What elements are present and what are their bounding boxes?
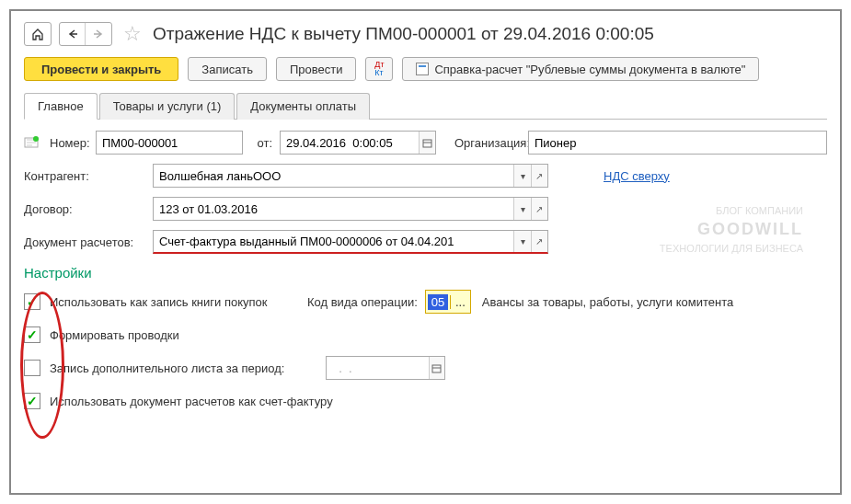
home-button[interactable] xyxy=(24,22,52,46)
dt-kt-icon: ДтКт xyxy=(374,61,384,77)
svg-rect-4 xyxy=(432,365,441,372)
home-icon xyxy=(31,28,44,40)
svg-rect-2 xyxy=(423,140,431,147)
date-label: от: xyxy=(243,136,280,150)
additional-sheet-date-input[interactable] xyxy=(327,357,429,379)
number-label: Номер: xyxy=(50,136,96,150)
op-code-value: 05 xyxy=(428,294,448,310)
calendar-icon xyxy=(422,138,432,148)
date-input[interactable] xyxy=(281,132,419,154)
save-button[interactable]: Записать xyxy=(188,57,267,81)
dt-kt-button[interactable]: ДтКт xyxy=(365,57,393,81)
org-input[interactable] xyxy=(529,132,826,154)
contract-dropdown[interactable]: ▾ xyxy=(513,198,530,220)
tab-bar: Главное Товары и услуги (1) Документы оп… xyxy=(24,92,827,120)
settlement-doc-field[interactable]: ▾ ↗ xyxy=(153,230,548,254)
favorite-star-icon[interactable]: ☆ xyxy=(120,22,145,46)
tab-payment-docs[interactable]: Документы оплаты xyxy=(236,93,370,120)
checkbox-form-entries[interactable] xyxy=(24,326,40,343)
number-input[interactable] xyxy=(97,132,242,154)
checkbox-purchase-book[interactable] xyxy=(24,293,40,310)
checkbox-additional-sheet-label: Запись дополнительного листа за период: xyxy=(50,361,326,375)
counterparty-label: Контрагент: xyxy=(24,169,153,183)
settings-section-title: Настройки xyxy=(24,265,827,281)
tab-main[interactable]: Главное xyxy=(24,93,98,120)
post-and-close-button[interactable]: Провести и закрыть xyxy=(24,57,178,81)
contract-label: Договор: xyxy=(24,202,153,216)
doc-status-icon xyxy=(24,135,50,151)
number-field[interactable] xyxy=(96,131,243,155)
arrow-left-icon xyxy=(67,29,78,39)
op-code-select-button[interactable]: ... xyxy=(450,295,470,309)
svg-point-1 xyxy=(33,136,39,142)
checkbox-use-doc-as-invoice[interactable] xyxy=(24,393,40,409)
checkbox-purchase-book-label: Использовать как запись книги покупок xyxy=(50,295,307,309)
arrow-right-icon xyxy=(93,29,104,39)
nav-buttons xyxy=(59,22,112,46)
checkbox-use-doc-as-invoice-label: Использовать документ расчетов как счет-… xyxy=(50,395,333,408)
report-icon xyxy=(416,63,429,75)
report-button-label: Справка-расчет "Рублевые суммы документа… xyxy=(434,63,745,76)
back-button[interactable] xyxy=(60,23,86,45)
op-code-field[interactable]: 05 ... xyxy=(425,290,471,314)
op-code-label: Код вида операции: xyxy=(307,295,425,309)
settlement-doc-label: Документ расчетов: xyxy=(24,235,153,249)
op-code-description: Авансы за товары, работы, услуги комитен… xyxy=(471,295,733,309)
org-label: Организация: xyxy=(436,136,528,150)
tab-goods[interactable]: Товары и услуги (1) xyxy=(99,93,236,120)
page-title: Отражение НДС к вычету ПМ00-000001 от 29… xyxy=(153,24,654,44)
counterparty-input[interactable] xyxy=(154,165,513,187)
forward-button[interactable] xyxy=(86,23,111,45)
vat-mode-link[interactable]: НДС сверху xyxy=(604,169,670,183)
checkbox-form-entries-label: Формировать проводки xyxy=(50,328,179,342)
counterparty-dropdown[interactable]: ▾ xyxy=(513,165,530,187)
org-field[interactable] xyxy=(528,131,827,155)
counterparty-field[interactable]: ▾ ↗ xyxy=(153,164,548,188)
post-button[interactable]: Провести xyxy=(276,57,357,81)
contract-input[interactable] xyxy=(154,198,513,220)
calendar-icon xyxy=(431,363,442,373)
additional-sheet-date-field[interactable] xyxy=(326,356,445,380)
settlement-doc-input[interactable] xyxy=(154,231,513,252)
contract-open[interactable]: ↗ xyxy=(531,198,547,220)
report-button[interactable]: Справка-расчет "Рублевые суммы документа… xyxy=(402,57,759,81)
checkbox-additional-sheet[interactable] xyxy=(24,360,40,376)
counterparty-open[interactable]: ↗ xyxy=(531,165,547,187)
date-picker-button[interactable] xyxy=(419,132,435,154)
date-field[interactable] xyxy=(280,131,436,155)
additional-sheet-date-picker[interactable] xyxy=(429,357,444,379)
settlement-doc-dropdown[interactable]: ▾ xyxy=(513,231,530,252)
settlement-doc-open[interactable]: ↗ xyxy=(531,231,547,252)
contract-field[interactable]: ▾ ↗ xyxy=(153,197,548,221)
